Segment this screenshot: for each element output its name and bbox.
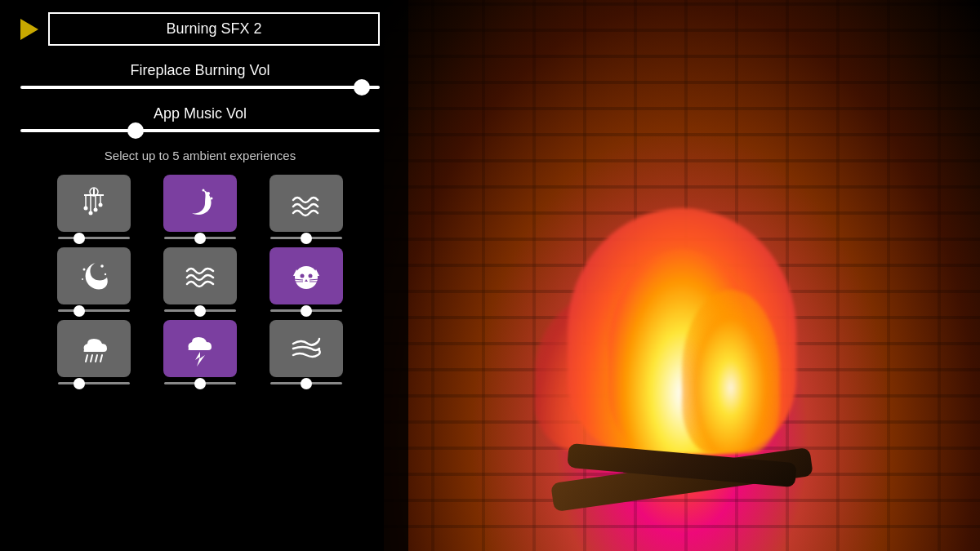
svg-point-17 (82, 278, 83, 280)
wind-icon-btn[interactable] (270, 320, 343, 377)
svg-point-8 (89, 211, 93, 216)
thunder-slider-thumb[interactable] (194, 378, 206, 389)
svg-point-16 (105, 273, 106, 275)
cricket-icon (182, 185, 218, 221)
ambient-item-cricket (159, 175, 241, 239)
svg-point-15 (83, 269, 86, 271)
cat-slider[interactable] (270, 309, 342, 312)
fireplace-background (384, 0, 980, 551)
music-vol-label: App Music Vol (20, 105, 380, 122)
svg-marker-32 (195, 352, 205, 367)
svg-point-22 (309, 274, 313, 278)
stream-slider[interactable] (164, 309, 236, 312)
wind-chimes-slider[interactable] (58, 237, 130, 239)
svg-point-21 (301, 274, 305, 278)
waves-icon-btn[interactable] (270, 175, 343, 232)
thunder-icon (182, 331, 218, 367)
stream-slider-thumb[interactable] (194, 305, 206, 317)
svg-point-7 (84, 207, 88, 211)
svg-point-12 (203, 189, 205, 192)
svg-line-31 (100, 355, 102, 362)
svg-point-18 (295, 266, 318, 289)
ambient-item-rain (53, 320, 135, 384)
play-button[interactable] (20, 19, 38, 40)
music-slider-thumb[interactable] (127, 122, 144, 139)
wind-slider-thumb[interactable] (301, 378, 312, 389)
cricket-icon-btn[interactable] (163, 175, 237, 232)
night-slider[interactable] (58, 309, 130, 312)
stream-icon-btn[interactable] (163, 247, 237, 304)
night-sky-icon (76, 258, 112, 294)
cricket-slider[interactable] (164, 237, 236, 239)
rain-icon-btn[interactable] (57, 320, 131, 377)
music-vol-container: App Music Vol (20, 105, 380, 132)
music-slider-track[interactable] (20, 129, 380, 132)
ambient-item-cat (265, 247, 347, 312)
night-icon-btn[interactable] (57, 247, 131, 304)
ambient-item-waves (265, 175, 347, 239)
ambient-item-wind-chimes (53, 175, 135, 239)
log-base (510, 437, 853, 502)
cat-icon (288, 258, 324, 294)
fireplace-vol-label: Fireplace Burning Vol (20, 62, 380, 79)
rain-icon (76, 331, 112, 367)
ambient-item-stream (159, 247, 241, 312)
ocean-waves-icon (288, 185, 324, 221)
thunder-icon-btn[interactable] (163, 320, 237, 377)
fireplace-slider-thumb[interactable] (354, 79, 370, 96)
svg-point-10 (99, 203, 103, 207)
stream-icon (182, 258, 218, 294)
svg-line-29 (91, 355, 92, 362)
fireplace-slider-track[interactable] (20, 86, 380, 89)
waves-slider-thumb[interactable] (301, 233, 312, 244)
wind-slider[interactable] (270, 382, 342, 384)
wind-icon (288, 331, 324, 367)
ambient-item-thunder (159, 320, 241, 384)
svg-line-30 (96, 355, 97, 362)
ambient-item-wind (265, 320, 347, 384)
wind-chimes-slider-thumb[interactable] (74, 233, 85, 244)
rain-slider-thumb[interactable] (74, 378, 85, 389)
chimes-icon (76, 185, 112, 221)
rain-slider[interactable] (58, 382, 130, 384)
svg-point-9 (94, 208, 98, 212)
svg-point-13 (211, 198, 213, 200)
wind-chimes-icon-btn[interactable] (57, 175, 131, 232)
night-slider-thumb[interactable] (74, 305, 85, 317)
ambient-section-label: Select up to 5 ambient experiences (20, 149, 380, 162)
thunder-slider[interactable] (164, 382, 236, 384)
flame-effect (519, 192, 845, 453)
waves-slider[interactable] (270, 237, 342, 239)
ambient-item-night (53, 247, 135, 312)
svg-line-28 (86, 355, 87, 362)
player-controls: Burning SFX 2 (20, 12, 380, 46)
left-panel: Burning SFX 2 Fireplace Burning Vol App … (0, 0, 400, 551)
cat-slider-thumb[interactable] (301, 305, 312, 317)
fireplace-vol-container: Fireplace Burning Vol (20, 62, 380, 89)
svg-point-11 (207, 192, 210, 195)
cricket-slider-thumb[interactable] (194, 233, 206, 244)
track-selector[interactable]: Burning SFX 2 (48, 12, 380, 46)
cat-icon-btn[interactable] (270, 247, 343, 304)
ambient-grid (20, 175, 380, 384)
svg-point-14 (100, 264, 104, 268)
